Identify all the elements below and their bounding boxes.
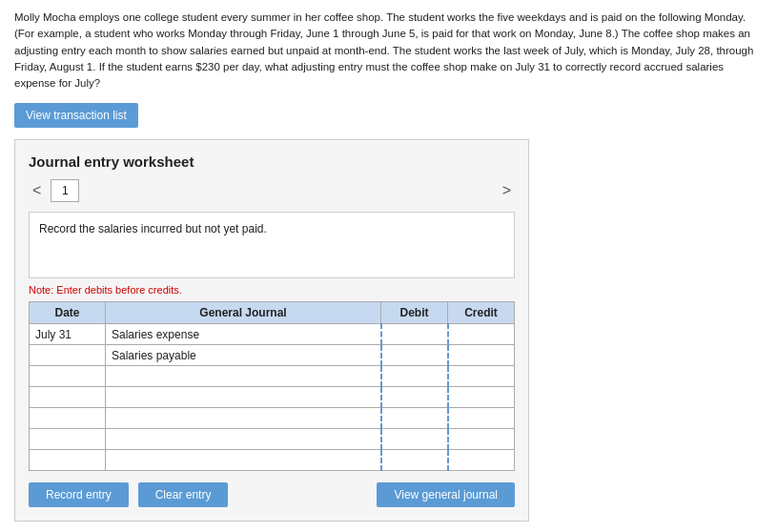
- table-row: [30, 387, 515, 408]
- clear-entry-button[interactable]: Clear entry: [138, 482, 229, 507]
- nav-left-button[interactable]: <: [29, 182, 45, 199]
- cell-journal-2[interactable]: [106, 366, 381, 387]
- cell-debit-2[interactable]: [381, 366, 448, 387]
- col-header-debit: Debit: [381, 302, 448, 324]
- cell-debit-5[interactable]: [381, 429, 448, 450]
- cell-date-1[interactable]: [30, 345, 106, 366]
- table-row: [30, 366, 515, 387]
- worksheet-container: Journal entry worksheet < 1 > Record the…: [14, 139, 529, 522]
- col-header-credit: Credit: [448, 302, 515, 324]
- cell-credit-6[interactable]: [448, 450, 515, 471]
- table-row: [30, 429, 515, 450]
- cell-date-0[interactable]: July 31: [30, 324, 106, 345]
- worksheet-title: Journal entry worksheet: [29, 153, 515, 170]
- page-number: 1: [51, 179, 79, 202]
- cell-credit-5[interactable]: [448, 429, 515, 450]
- instruction-box: Record the salaries incurred but not yet…: [29, 212, 515, 278]
- cell-debit-6[interactable]: [381, 450, 448, 471]
- cell-journal-6[interactable]: [106, 450, 381, 471]
- view-transaction-button[interactable]: View transaction list: [14, 103, 138, 128]
- cell-journal-0[interactable]: Salaries expense: [106, 324, 381, 345]
- cell-credit-0[interactable]: [448, 324, 515, 345]
- cell-debit-0[interactable]: [381, 324, 448, 345]
- cell-date-5[interactable]: [30, 429, 106, 450]
- table-row: [30, 408, 515, 429]
- cell-journal-1[interactable]: Salaries payable: [106, 345, 381, 366]
- table-row: Salaries payable: [30, 345, 515, 366]
- view-general-journal-button[interactable]: View general journal: [377, 482, 515, 507]
- nav-right-button[interactable]: >: [499, 182, 515, 199]
- cell-credit-4[interactable]: [448, 408, 515, 429]
- cell-debit-3[interactable]: [381, 387, 448, 408]
- nav-row: < 1 >: [29, 179, 515, 202]
- table-row: [30, 450, 515, 471]
- journal-table: Date General Journal Debit Credit July 3…: [29, 301, 515, 471]
- cell-journal-5[interactable]: [106, 429, 381, 450]
- cell-date-2[interactable]: [30, 366, 106, 387]
- record-entry-button[interactable]: Record entry: [29, 482, 129, 507]
- cell-debit-1[interactable]: [381, 345, 448, 366]
- cell-journal-4[interactable]: [106, 408, 381, 429]
- cell-debit-4[interactable]: [381, 408, 448, 429]
- cell-credit-3[interactable]: [448, 387, 515, 408]
- col-header-date: Date: [30, 302, 106, 324]
- cell-date-6[interactable]: [30, 450, 106, 471]
- cell-credit-2[interactable]: [448, 366, 515, 387]
- table-row: July 31Salaries expense: [30, 324, 515, 345]
- instruction-text: Record the salaries incurred but not yet…: [39, 222, 267, 235]
- cell-date-3[interactable]: [30, 387, 106, 408]
- note-text: Note: Enter debits before credits.: [29, 284, 515, 296]
- cell-journal-3[interactable]: [106, 387, 381, 408]
- col-header-journal: General Journal: [106, 302, 381, 324]
- intro-paragraph: Molly Mocha employs one college student …: [14, 10, 763, 92]
- cell-date-4[interactable]: [30, 408, 106, 429]
- cell-credit-1[interactable]: [448, 345, 515, 366]
- bottom-buttons: Record entry Clear entry View general jo…: [29, 482, 515, 507]
